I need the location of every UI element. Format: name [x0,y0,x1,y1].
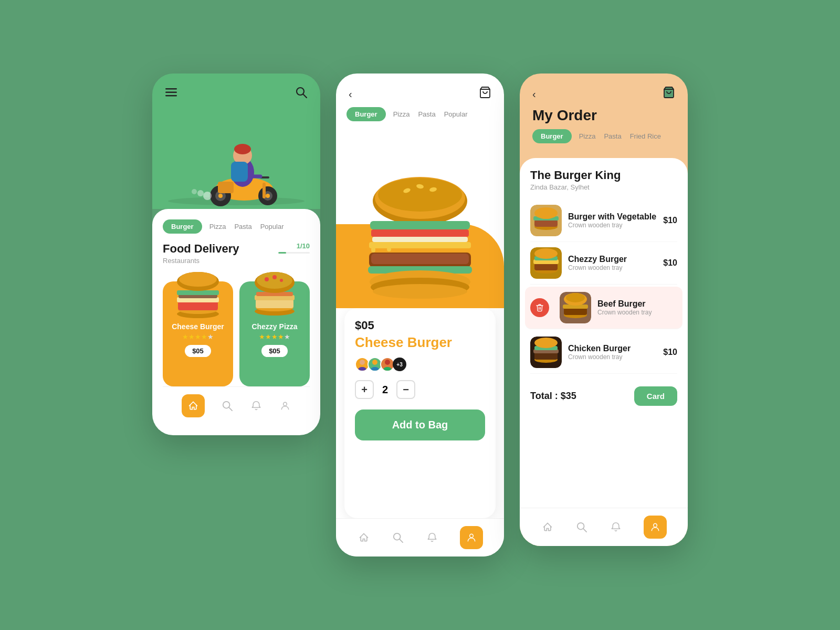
nav-bell-p3[interactable] [610,521,622,533]
tab-popular-p1[interactable]: Popular [259,220,285,233]
tab-burger-p3[interactable]: Burger [532,129,572,143]
svg-rect-29 [177,290,219,295]
svg-rect-2 [165,95,177,97]
phones-container: Burger Pizza Pasta Popular Food Delivery… [152,74,688,556]
tab-burger-p1[interactable]: Burger [163,219,202,234]
nav-user-p3[interactable] [644,516,667,539]
tab-popular-p2[interactable]: Popular [443,108,469,120]
avatars-row: +3 [355,357,485,372]
tab-pasta-p2[interactable]: Pasta [417,108,436,120]
order-item-0: Burger with Vegetable Crown wooden tray … [530,200,677,242]
nav-home-p2[interactable] [358,531,370,544]
phone3-category-tabs: Burger Pizza Pasta Fried Rice [520,129,688,150]
svg-rect-0 [165,88,177,90]
tab-pasta-p1[interactable]: Pasta [233,220,253,233]
nav-bell-p1[interactable] [250,400,262,412]
svg-point-31 [179,272,217,287]
order-item-name-3: Chicken Burger [568,344,657,353]
food-card-stars-1: ★★★★★ [259,333,290,341]
food-card-price-0[interactable]: $05 [185,345,211,357]
detail-name: Cheese Burger [355,334,485,351]
order-item-2: Beef Burger Crown wooden tray [525,287,682,329]
svg-point-39 [265,277,269,281]
add-to-bag-button[interactable]: Add to Bag [355,410,485,440]
food-cards-row: Cheese Burger ★★★★★ $05 [163,281,310,386]
phone1-category-tabs: Burger Pizza Pasta Popular [163,219,310,234]
svg-point-66 [372,360,377,365]
phone2-category-tabs: Burger Pizza Pasta Popular [336,107,504,121]
svg-rect-13 [262,183,266,198]
restaurant-title: The Burger King [530,169,677,182]
svg-point-65 [358,367,366,371]
nav-search-p1[interactable] [221,400,234,412]
nav-home-p3[interactable] [541,521,554,533]
tab-burger-p2[interactable]: Burger [346,107,386,121]
avatar-more: +3 [393,358,406,371]
svg-rect-1 [165,92,177,93]
qty-plus-btn[interactable]: + [355,380,374,399]
burger-hero-img [360,175,480,308]
hamburger-icon[interactable] [165,86,177,99]
svg-rect-57 [387,247,391,251]
card-button[interactable]: Card [634,386,677,406]
progress-bar [278,252,310,254]
delete-button-item-2[interactable] [530,298,549,317]
phone1-bottom-nav [163,386,310,425]
back-button-p2[interactable]: ‹ [349,88,352,100]
tab-friedrice-p3[interactable]: Fried Rice [629,130,662,142]
svg-rect-59 [371,254,469,264]
nav-bell-p2[interactable] [426,531,438,544]
food-card-name-1: Chezzy Pizza [251,322,297,331]
svg-point-96 [534,338,558,348]
food-card-price-1[interactable]: $05 [261,345,288,357]
tab-pasta-p3[interactable]: Pasta [603,130,622,142]
svg-rect-81 [534,263,558,270]
back-button-p3[interactable]: ‹ [532,88,536,100]
phone2-header: ‹ [336,74,504,107]
food-delivery-header: Food Delivery Restaurants 1/10 [163,242,310,265]
svg-rect-76 [534,219,558,227]
nav-search-p2[interactable] [392,531,404,544]
tab-pizza-p3[interactable]: Pizza [578,130,597,142]
svg-point-48 [378,178,462,212]
order-img-3 [530,337,562,368]
nav-search-p3[interactable] [575,521,588,533]
svg-point-9 [218,194,223,198]
food-card-0[interactable]: Cheese Burger ★★★★★ $05 [163,281,233,386]
svg-point-17 [234,144,251,154]
phone1-white-part: Burger Pizza Pasta Popular Food Delivery… [152,209,320,435]
tab-pizza-p2[interactable]: Pizza [392,108,411,120]
svg-point-63 [373,284,467,299]
order-item-info-1: Chezzy Burger Crown wooden tray [568,255,657,271]
svg-point-68 [385,360,390,365]
svg-line-43 [229,407,232,411]
total-label: Total : $35 [530,391,576,402]
search-icon-header[interactable] [295,86,308,99]
svg-line-98 [583,529,586,532]
nav-home-p1[interactable] [182,394,205,417]
delivery-illustration [152,104,320,209]
svg-point-41 [280,279,283,282]
tab-pizza-p1[interactable]: Pizza [208,220,227,233]
nav-user-p2[interactable] [460,526,483,549]
cart-icon-p2[interactable] [479,86,491,102]
svg-point-44 [283,402,287,406]
cart-icon-p3[interactable] [663,86,675,102]
svg-rect-54 [372,237,468,242]
order-item-info-0: Burger with Vegetable Crown wooden tray [568,212,657,229]
svg-point-69 [383,367,392,371]
pagination-indicator: 1/10 [278,242,310,250]
order-item-sub-1: Crown wooden tray [568,264,657,271]
quantity-value: 2 [382,384,388,396]
food-delivery-title: Food Delivery [163,242,239,256]
detail-price: $05 [355,319,485,332]
svg-rect-14 [218,182,234,193]
qty-minus-btn[interactable]: − [396,380,415,399]
order-item-info-2: Beef Burger Crown wooden tray [597,299,677,316]
phone2-bottom-nav [336,518,504,556]
order-item-sub-2: Crown wooden tray [597,309,677,316]
nav-user-p1[interactable] [279,400,291,412]
order-item-info-3: Chicken Burger Crown wooden tray [568,344,657,361]
food-card-1[interactable]: Chezzy Pizza ★★★★★ $05 [239,281,310,386]
my-order-title: My Order [520,107,688,129]
